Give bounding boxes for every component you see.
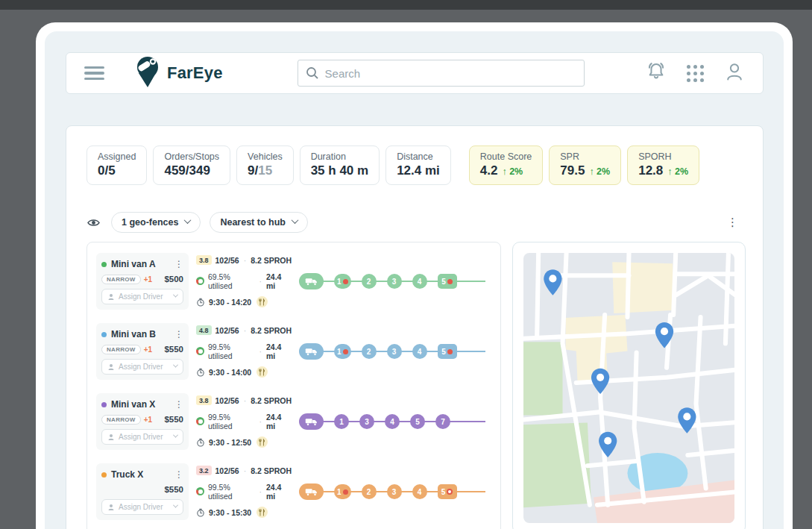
visibility-eye-icon[interactable] (86, 217, 101, 228)
route-stop[interactable]: 4 (412, 484, 427, 499)
vehicle-status-dot (101, 402, 107, 407)
route-stop[interactable]: 2 (362, 274, 377, 289)
meal-break-icon (256, 296, 268, 307)
map-canvas[interactable] (523, 253, 734, 523)
truck-icon[interactable] (299, 483, 324, 500)
stats-row: Assigned 0/5 Orders/Stops 459/349 Vehicl… (86, 145, 746, 185)
vehicle-kebab-icon[interactable]: ⋮ (174, 469, 183, 480)
vehicle-status-dot (101, 332, 107, 337)
utilisation-donut-icon (196, 417, 204, 425)
route-stop[interactable]: 4 (385, 414, 400, 429)
geofences-dropdown[interactable]: 1 geo-fences (111, 212, 201, 233)
map-panel[interactable] (512, 242, 746, 529)
user-profile-icon[interactable] (724, 61, 745, 85)
utilisation-value: 99.5% utilised (208, 483, 254, 501)
stat-spr: SPR 79.5↑ 2% (549, 145, 621, 185)
assign-driver-select[interactable]: Assign Driver (101, 499, 183, 515)
vehicle-status-dot (101, 472, 107, 478)
notifications-bell-icon[interactable] (646, 61, 667, 85)
route-stop[interactable]: 5 (438, 344, 457, 359)
route-stop[interactable]: 3 (359, 414, 374, 429)
sort-dropdown[interactable]: Nearest to hub (210, 212, 308, 233)
delta-up-badge: ↑ 2% (589, 166, 610, 177)
utilisation-value: 69.5% utilised (208, 272, 254, 290)
route-stop[interactable]: 3 (387, 344, 402, 359)
route-stop[interactable]: 3 (387, 274, 402, 289)
clock-icon (196, 298, 205, 307)
vehicle-row: Mini van X ⋮ NARROW +1 $550 Assign Drive… (96, 393, 491, 450)
utilisation-value: 99.5% utilised (208, 413, 254, 431)
search-input[interactable] (298, 60, 585, 87)
vehicle-name: Mini van B (111, 329, 156, 339)
route-stop[interactable]: 5 (438, 484, 457, 499)
vehicle-metrics-block: 3.8 102/56 8.2 SPROH 69.5% utilised 24.4… (196, 253, 292, 310)
route-stop[interactable]: 1 (334, 484, 351, 499)
meal-break-icon (256, 436, 268, 448)
sporh-value: 8.2 SPROH (251, 466, 292, 475)
route-stop[interactable]: 1 (334, 414, 349, 429)
meal-break-icon (256, 507, 268, 518)
vehicle-tag-more[interactable]: +1 (144, 275, 152, 284)
vehicle-tag: NARROW (101, 345, 141, 354)
vehicle-kebab-icon[interactable]: ⋮ (174, 399, 183, 410)
truck-icon[interactable] (299, 413, 324, 430)
sporh-value: 8.2 SPROH (251, 256, 292, 265)
utilisation-donut-icon (196, 277, 204, 285)
route-stop[interactable]: 3 (387, 484, 402, 499)
route-distance: 24.4 mi (266, 483, 292, 501)
route-stop[interactable]: 4 (412, 344, 427, 359)
route-stop[interactable]: 1 (334, 344, 351, 359)
stat-orders-stops: Orders/Stops 459/349 (153, 145, 230, 185)
menu-icon[interactable] (84, 66, 104, 80)
filter-row: 1 geo-fences Nearest to hub ⋮ (86, 212, 746, 233)
top-navigation-bar: FarEye (66, 52, 764, 94)
vehicle-name: Mini van X (111, 399, 155, 410)
vehicle-summary-block[interactable]: Mini van B ⋮ NARROW +1 $550 Assign Drive… (96, 323, 189, 380)
route-stops-timeline: 12345 (299, 253, 491, 310)
route-stop[interactable]: 2 (362, 344, 377, 359)
vehicle-tag-more[interactable]: +1 (144, 416, 152, 424)
chevron-down-icon (173, 433, 178, 438)
stat-assigned: Assigned 0/5 (86, 145, 147, 185)
apps-grid-icon[interactable] (687, 65, 704, 82)
vehicle-tag-more[interactable]: +1 (144, 345, 152, 354)
truck-icon[interactable] (299, 343, 324, 360)
orders-count: 102/56 (215, 256, 239, 265)
more-options-kebab-icon[interactable]: ⋮ (727, 216, 738, 229)
clock-icon (196, 368, 205, 377)
route-score-badge: 3.8 (196, 255, 212, 265)
planning-dashboard-card: Assigned 0/5 Orders/Stops 459/349 Vehicl… (66, 125, 764, 529)
stat-route-score: Route Score 4.2↑ 2% (469, 145, 543, 185)
driver-icon (107, 433, 115, 441)
vehicle-summary-block[interactable]: Truck X ⋮ $550 Assign Driver (96, 463, 189, 520)
vehicle-price: $550 (164, 415, 183, 424)
assign-driver-select[interactable]: Assign Driver (101, 289, 183, 304)
truck-icon[interactable] (299, 273, 324, 289)
vehicle-row: Mini van A ⋮ NARROW +1 $500 Assign Drive… (96, 253, 491, 310)
fareye-pin-icon (133, 55, 163, 91)
chevron-down-icon (291, 216, 298, 224)
route-stop[interactable]: 2 (362, 484, 377, 499)
route-stop[interactable]: 7 (435, 414, 450, 429)
driver-icon (107, 293, 115, 301)
vehicle-list: Mini van A ⋮ NARROW +1 $500 Assign Drive… (86, 242, 501, 529)
route-stop[interactable]: 5 (438, 274, 457, 289)
vehicle-kebab-icon[interactable]: ⋮ (174, 259, 183, 269)
route-stop[interactable]: 1 (334, 274, 351, 289)
route-distance: 24.4 mi (266, 342, 292, 360)
clock-icon (196, 508, 205, 517)
vehicle-kebab-icon[interactable]: ⋮ (174, 329, 183, 339)
stop-alert-dot (447, 349, 453, 354)
assign-driver-select[interactable]: Assign Driver (101, 359, 183, 375)
window-top-strip (0, 0, 812, 10)
route-stop[interactable]: 4 (412, 274, 427, 289)
assign-driver-select[interactable]: Assign Driver (101, 429, 183, 445)
vehicle-summary-block[interactable]: Mini van X ⋮ NARROW +1 $550 Assign Drive… (96, 393, 189, 450)
chevron-down-icon (173, 292, 178, 298)
app-frame: FarEye (36, 22, 793, 529)
stat-sporh: SPORH 12.8↑ 2% (627, 145, 699, 185)
route-stop[interactable]: 5 (410, 414, 425, 429)
orders-count: 102/56 (215, 326, 239, 335)
vehicle-summary-block[interactable]: Mini van A ⋮ NARROW +1 $500 Assign Drive… (96, 253, 189, 310)
chevron-down-icon (184, 216, 192, 224)
